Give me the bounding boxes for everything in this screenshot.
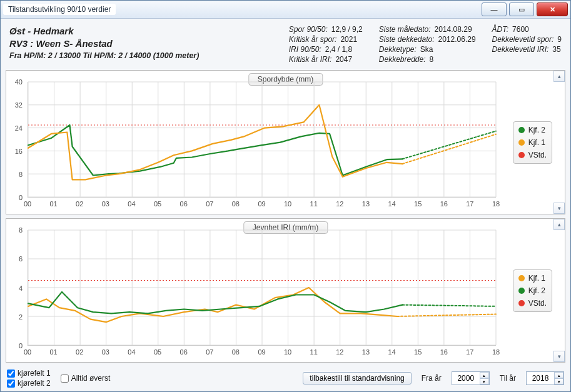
x-tick-label: 00 (24, 200, 31, 208)
x-tick-label: 03 (102, 348, 109, 356)
legend-label: Kjf. 2 (528, 126, 545, 134)
header-value: 2014.08.29 (435, 25, 472, 34)
x-tick-label: 15 (414, 200, 422, 208)
x-tick-label: 17 (466, 200, 473, 208)
header-value: 7600 (512, 25, 529, 34)
header-label: Dekkelevetid spor: (492, 35, 554, 44)
x-tick-label: 05 (154, 348, 161, 356)
x-tick-label: 04 (128, 200, 135, 208)
x-tick-label: 16 (440, 200, 448, 208)
legend-item: VStd. (518, 299, 547, 308)
x-tick-label: 09 (258, 348, 265, 356)
header-label: ÅDT: (492, 25, 508, 34)
x-tick-label: 02 (76, 348, 83, 356)
maximize-button[interactable]: ▭ (509, 3, 534, 16)
scroll-up-icon[interactable]: ▴ (553, 219, 565, 230)
header-label: IRI 90/50: (289, 45, 321, 54)
y-tick-label: 0 (19, 194, 23, 201)
x-tick-label: 18 (492, 348, 500, 356)
minimize-button[interactable]: — (482, 3, 507, 16)
plot-area (28, 82, 496, 198)
header-label: Siste dekkedato: (379, 35, 435, 44)
spin-up-icon[interactable]: ▴ (554, 372, 563, 378)
x-tick-label: 10 (284, 200, 291, 208)
legend-swatch-icon (518, 288, 525, 294)
legend-item: Kjf. 2 (518, 286, 547, 295)
x-tick-label: 02 (76, 200, 83, 208)
scroll-down-icon[interactable]: ▾ (553, 203, 565, 214)
y-tick-label: 24 (15, 124, 23, 132)
legend-item: VStd. (518, 151, 547, 159)
header-value: 2047 (335, 55, 352, 64)
spin-down-icon[interactable]: ▾ (554, 378, 563, 384)
header-value: 2021 (340, 35, 357, 44)
x-tick-label: 17 (466, 348, 473, 356)
chart-legend: Kjf. 1Kjf. 2VStd. (513, 269, 552, 312)
header-label: Spor 90/50: (289, 25, 328, 34)
legend-item: Kjf. 1 (518, 138, 547, 147)
fra-aar-input[interactable] (452, 373, 480, 383)
spin-up-icon[interactable]: ▴ (480, 372, 489, 378)
close-button[interactable]: ✕ (537, 3, 568, 16)
titlebar[interactable]: Tilstandsutvikling 90/10 verdier — ▭ ✕ (1, 1, 570, 19)
fra-aar-spinner[interactable]: ▴▾ (452, 371, 490, 385)
legend-item: Kjf. 2 (518, 126, 547, 134)
header: Øst - Hedmark RV3 : Ween S- Ånestad Fra … (6, 23, 565, 69)
app-window: Tilstandsutvikling 90/10 verdier — ▭ ✕ Ø… (0, 0, 571, 392)
x-tick-label: 06 (180, 348, 188, 356)
y-tick-label: 2 (19, 313, 23, 321)
x-tick-label: 05 (154, 200, 161, 208)
header-value: 8 (430, 55, 434, 64)
y-tick-label: 4 (19, 284, 23, 292)
y-tick-label: 40 (15, 78, 23, 86)
x-tick-label: 12 (336, 200, 343, 208)
x-tick-label: 03 (102, 200, 109, 208)
x-tick-label: 01 (49, 200, 57, 208)
legend-swatch-icon (518, 275, 525, 281)
region-title: Øst - Hedmark (9, 25, 199, 38)
x-tick-label: 18 (492, 200, 500, 208)
x-tick-label: 13 (362, 348, 370, 356)
x-tick-label: 00 (24, 348, 31, 356)
til-aar-label: Til år (500, 374, 516, 383)
header-value: 2012.06.29 (438, 35, 476, 44)
legend-swatch-icon (518, 139, 525, 146)
x-tick-label: 16 (440, 348, 448, 356)
x-tick-label: 11 (310, 348, 318, 356)
x-tick-label: 11 (310, 200, 318, 208)
legend-swatch-icon (518, 152, 525, 158)
legend-label: VStd. (528, 299, 547, 308)
legend-label: Kjf. 1 (528, 274, 545, 283)
checkbox-alltid-overst[interactable]: Alltid øverst (61, 374, 111, 383)
range-text: Fra HP/M: 2 / 13000 Til HP/M: 2 / 14000 … (9, 51, 199, 61)
x-tick-label: 01 (49, 348, 57, 356)
til-aar-input[interactable] (527, 373, 554, 383)
x-tick-label: 07 (206, 200, 213, 208)
scroll-down-icon[interactable]: ▾ (553, 351, 565, 362)
x-tick-label: 10 (284, 348, 291, 356)
x-tick-label: 09 (258, 200, 265, 208)
x-tick-label: 15 (414, 348, 422, 356)
header-label: Dekkebredde: (379, 55, 426, 64)
header-value: Ska (420, 45, 433, 54)
checkbox-kjorefelt-2[interactable]: kjørefelt 2 (7, 379, 51, 388)
y-tick-label: 0 (19, 342, 23, 349)
y-tick-label: 6 (19, 255, 23, 263)
x-tick-label: 08 (232, 200, 240, 208)
header-value: 35 (552, 45, 560, 54)
chart-jevnhet: ▴ ▾ Jevnhet IRI (mm/m)024680001020304050… (6, 218, 565, 363)
header-label: Dekketype: (379, 45, 417, 54)
spin-down-icon[interactable]: ▾ (480, 378, 489, 384)
y-tick-label: 8 (19, 226, 23, 234)
checkbox-kjorefelt-1[interactable]: kjørefelt 1 (7, 369, 51, 378)
x-tick-label: 06 (180, 200, 188, 208)
legend-label: Kjf. 1 (528, 138, 545, 147)
x-tick-label: 08 (232, 348, 240, 356)
reset-view-button[interactable]: tilbakestill til standardvisning (303, 372, 411, 384)
scroll-up-icon[interactable]: ▴ (553, 71, 565, 82)
til-aar-spinner[interactable]: ▴▾ (526, 371, 564, 385)
x-tick-label: 04 (128, 348, 135, 356)
header-value: 9 (557, 35, 562, 44)
x-tick-label: 14 (388, 348, 395, 356)
plot-area (28, 230, 496, 346)
